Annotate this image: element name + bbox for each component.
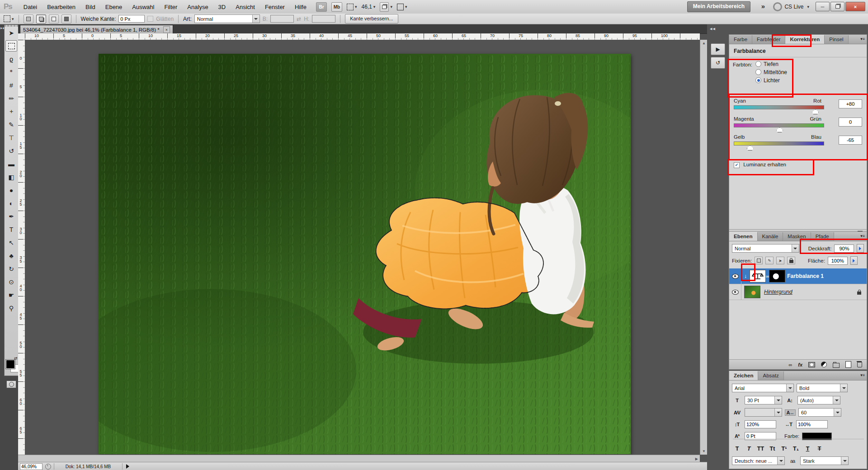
menu-3d[interactable]: 3D: [213, 4, 231, 10]
magenta-gruen-value-input[interactable]: [839, 118, 862, 127]
vertical-scale-input[interactable]: [745, 420, 776, 428]
leading-select[interactable]: (Auto): [797, 396, 840, 404]
canvas-area[interactable]: [25, 40, 700, 455]
slider-thumb[interactable]: [776, 127, 783, 132]
menu-fenster[interactable]: Fenster: [260, 4, 290, 10]
eyedropper-tool[interactable]: ✏: [5, 93, 17, 104]
clip-layer-toggle-icon[interactable]: ↓: [741, 273, 750, 279]
flaeche-input[interactable]: [828, 257, 848, 265]
style-underline-button[interactable]: T: [802, 445, 813, 453]
3d-orbit-tool[interactable]: ⊙: [5, 276, 17, 287]
style-subscript-button[interactable]: T₁: [791, 445, 801, 453]
dodge-tool[interactable]: ◐: [5, 197, 17, 209]
panel-menu-icon[interactable]: ▾≡: [860, 37, 865, 41]
tool-preset-button[interactable]: ▾: [4, 14, 14, 24]
view-extras-button[interactable]: ▾: [347, 2, 357, 11]
hand-tool[interactable]: ☛: [5, 289, 17, 301]
style-faux-bold-button[interactable]: T: [732, 445, 742, 453]
cs-live-button[interactable]: CS Live ▾: [773, 2, 809, 11]
gelb-blau-value-input[interactable]: [839, 136, 862, 145]
background-layer-thumbnail[interactable]: [744, 286, 760, 298]
lock-pixels-icon[interactable]: ✎: [765, 257, 774, 264]
magenta-gruen-slider[interactable]: [734, 123, 824, 127]
style-strikethrough-button[interactable]: T: [814, 445, 825, 453]
workspace-button[interactable]: Mein Arbeitsbereich: [687, 1, 750, 12]
menu-hilfe[interactable]: Hilfe: [290, 4, 311, 10]
healing-brush-tool[interactable]: ＋: [5, 106, 17, 117]
radio-lichter[interactable]: Lichter: [755, 77, 780, 84]
pen-tool[interactable]: ✒: [5, 211, 17, 222]
flaeche-spinner[interactable]: [850, 256, 858, 265]
tab-farbfelder[interactable]: Farbfelder: [752, 35, 785, 44]
font-family-select[interactable]: Arial: [732, 384, 794, 392]
close-document-icon[interactable]: ×: [163, 26, 170, 33]
cyan-rot-slider[interactable]: [734, 105, 824, 109]
slider-thumb[interactable]: [812, 109, 819, 114]
status-options-icon[interactable]: [126, 464, 132, 469]
lock-transparency-icon[interactable]: [755, 257, 763, 264]
collapsed-history-panel-button[interactable]: ↺: [711, 57, 725, 69]
lock-all-icon[interactable]: [787, 257, 795, 264]
menu-bild[interactable]: Bild: [80, 4, 100, 10]
zoom-level-button[interactable]: 46,1▾: [362, 2, 376, 11]
layer-row-hintergrund[interactable]: Hintergrund: [729, 284, 867, 300]
farbbalance-adjustment-thumbnail[interactable]: [750, 270, 766, 282]
blur-tool[interactable]: ●: [5, 184, 17, 196]
language-select[interactable]: Deutsch: neue ...: [732, 456, 785, 465]
style-faux-italic-button[interactable]: T: [744, 445, 754, 453]
slider-thumb[interactable]: [747, 146, 754, 150]
quick-selection-tool[interactable]: ＊: [5, 66, 17, 78]
photo-girl-on-grass[interactable]: [99, 54, 631, 454]
lasso-tool[interactable]: ϱ: [5, 53, 17, 65]
layer-row-farbbalance[interactable]: ↓ ∞ Farbbalance 1: [729, 268, 867, 284]
new-layer-icon[interactable]: [845, 361, 851, 368]
height-input[interactable]: [312, 15, 335, 23]
tracking-select[interactable]: 60: [798, 408, 841, 417]
radio-mitteltoene[interactable]: Mitteltöne: [755, 69, 787, 75]
document-size-info[interactable]: Dok: 14,1 MB/14,6 MB: [54, 463, 123, 470]
link-layers-icon[interactable]: ∞: [788, 362, 792, 367]
selection-add-button[interactable]: [36, 14, 46, 24]
gradient-tool[interactable]: ◧: [5, 171, 17, 183]
horizontal-scrollbar[interactable]: ▶: [18, 455, 700, 462]
antialias-checkbox[interactable]: [147, 16, 153, 22]
layer-mask-thumbnail[interactable]: [769, 270, 785, 282]
width-input[interactable]: [270, 15, 294, 23]
luminanz-checkbox-row[interactable]: ✔ Luminanz erhalten: [734, 161, 786, 168]
tab-zeichen[interactable]: Zeichen: [729, 371, 758, 380]
menu-ansicht[interactable]: Ansicht: [231, 4, 260, 10]
restore-button[interactable]: [830, 2, 844, 11]
scroll-up-icon[interactable]: ▲: [702, 41, 706, 45]
tab-farbe[interactable]: Farbe: [729, 35, 752, 44]
document-tab[interactable]: 534064_72247030.jpg bei 46,1% (Farbbalan…: [20, 25, 173, 34]
path-selection-tool[interactable]: ↖: [5, 237, 17, 248]
layer-name[interactable]: Farbbalance 1: [787, 273, 824, 279]
style-all-caps-button[interactable]: TT: [755, 445, 766, 453]
menu-bearbeiten[interactable]: Bearbeiten: [42, 4, 80, 10]
lock-position-icon[interactable]: ➤: [776, 257, 784, 264]
style-superscript-button[interactable]: T¹: [779, 445, 789, 453]
quick-mask-button[interactable]: [6, 381, 16, 388]
font-style-select[interactable]: Bold: [797, 384, 848, 392]
tab-pfade[interactable]: Pfade: [811, 232, 834, 241]
layer-visibility-cell[interactable]: [729, 284, 741, 300]
tab-ebenen[interactable]: Ebenen: [729, 232, 758, 241]
font-size-select[interactable]: 30 Pt: [745, 396, 782, 404]
brush-tool[interactable]: ✎: [5, 119, 17, 130]
feather-input[interactable]: [118, 15, 145, 23]
layer-visibility-cell[interactable]: [729, 268, 741, 284]
antialias-select[interactable]: Stark: [800, 456, 849, 465]
new-group-icon[interactable]: [833, 363, 840, 368]
refine-edge-button[interactable]: Kante verbessern...: [345, 14, 398, 24]
new-adjustment-layer-icon[interactable]: [821, 362, 827, 367]
menu-analyse[interactable]: Analyse: [182, 4, 213, 10]
3d-rotate-tool[interactable]: ↻: [5, 263, 17, 274]
tab-absatz[interactable]: Absatz: [758, 371, 783, 380]
swap-dimensions-icon[interactable]: ⇄: [297, 16, 301, 22]
screen-mode-button[interactable]: ▾: [397, 2, 407, 11]
foreground-color-swatch[interactable]: [6, 360, 15, 369]
type-tool[interactable]: T: [5, 224, 17, 235]
menu-ebene[interactable]: Ebene: [100, 4, 127, 10]
blend-mode-select[interactable]: Normal: [732, 244, 799, 253]
collapsed-actions-panel-button[interactable]: ▶: [711, 43, 725, 55]
